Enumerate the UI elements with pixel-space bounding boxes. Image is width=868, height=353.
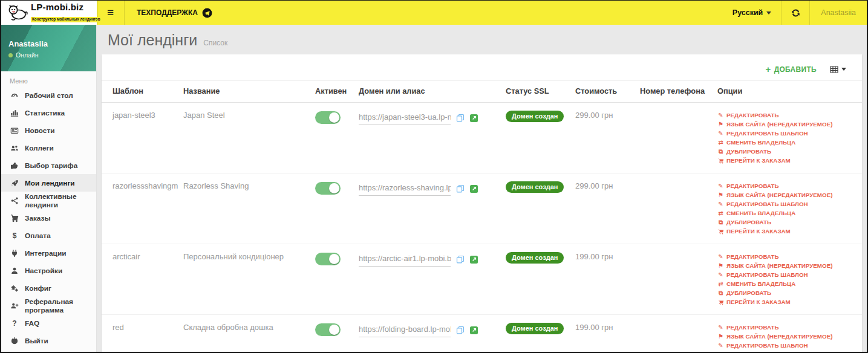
template-cell: razorlessshavingm xyxy=(102,173,178,244)
edit-icon: ✎ xyxy=(717,181,724,190)
option-edit-link[interactable]: ✎РЕДАКТИРОВАТЬ xyxy=(717,181,857,190)
brand-name: LP-mobi.biz xyxy=(31,2,102,13)
brand-logo[interactable]: LP-mobi.biz Конструктор мобильных лендин… xyxy=(1,1,97,25)
sidebar-username: Anastasiia xyxy=(8,39,89,48)
price-cell: 299.00 грн xyxy=(570,103,635,173)
columns-toggle-button[interactable] xyxy=(830,65,846,74)
option-edit-template-link[interactable]: ✎РЕДАКТИРОВАТЬ ШАБЛОН xyxy=(717,341,857,350)
ssl-status-badge: Домен создан xyxy=(506,252,564,264)
sidebar-item-integrations[interactable]: Интеграции xyxy=(1,244,96,262)
toggle-knob xyxy=(329,183,339,193)
sidebar-item-orders[interactable]: Заказы xyxy=(1,209,96,227)
option-change-owner-link[interactable]: ⇄СМЕНИТЬ ВЛАДЕЛЬЦА xyxy=(717,138,857,147)
flag-icon: ⚑ xyxy=(717,190,724,199)
domain-input[interactable] xyxy=(359,111,451,125)
online-dot-icon xyxy=(8,53,13,57)
option-edit-link[interactable]: ✎РЕДАКТИРОВАТЬ xyxy=(717,111,857,120)
domain-input[interactable] xyxy=(359,252,451,267)
option-orders-link[interactable]: ПЕРЕЙТИ К ЗАКАЗАМ xyxy=(717,297,857,306)
sidebar-item-statistics[interactable]: Статистика xyxy=(1,104,96,121)
edit-icon: ✎ xyxy=(717,323,724,332)
ssl-status-badge: Домен создан xyxy=(506,323,564,334)
open-site-icon[interactable] xyxy=(470,185,478,193)
sidebar-item-dashboard[interactable]: Рабочий стол xyxy=(1,86,96,104)
option-language-link[interactable]: ⚑ЯЗЫК САЙТА (НЕРЕДАКТИРУЕМОЕ) xyxy=(717,261,857,270)
toggle-knob xyxy=(329,254,339,264)
active-toggle[interactable] xyxy=(315,323,341,336)
sidebar-user-panel: Anastasiia Онлайн xyxy=(1,25,96,71)
sidebar-item-logout[interactable]: Выйти xyxy=(1,332,96,349)
option-duplicate-link[interactable]: ⧉ДУБЛИРОВАТЬ xyxy=(717,218,857,227)
copy-domain-icon[interactable] xyxy=(456,255,465,264)
copy-domain-icon[interactable] xyxy=(456,114,465,122)
active-toggle[interactable] xyxy=(315,253,341,265)
open-site-icon[interactable] xyxy=(470,256,478,264)
option-change-owner-link[interactable]: ⇄СМЕНИТЬ ВЛАДЕЛЬЦА xyxy=(717,350,857,352)
sidebar-item-collective-landings[interactable]: Коллективные лендинги xyxy=(1,192,96,209)
copy-domain-icon[interactable] xyxy=(456,184,465,193)
edit-icon: ✎ xyxy=(717,341,724,350)
sidebar-item-my-landings[interactable]: Мои лендинги xyxy=(1,174,96,192)
toggle-knob xyxy=(329,112,339,123)
active-toggle[interactable] xyxy=(315,182,341,195)
sidebar-item-tariff[interactable]: Выбор тарифа xyxy=(1,157,96,174)
sidebar-item-faq[interactable]: ? FAQ xyxy=(1,314,96,332)
phone-cell xyxy=(635,173,713,244)
question-icon: ? xyxy=(10,319,19,328)
header-active: Активен xyxy=(310,81,354,103)
domain-input[interactable] xyxy=(359,181,451,196)
chevron-down-icon xyxy=(766,11,771,15)
option-edit-link[interactable]: ✎РЕДАКТИРОВАТЬ xyxy=(717,323,857,332)
template-cell: japan-steel3 xyxy=(102,103,178,173)
user-plus-icon xyxy=(10,302,19,310)
cart-icon xyxy=(717,158,724,164)
landings-card: + ДОБАВИТЬ Шаблон Название Активен xyxy=(102,54,862,352)
sidebar-item-payment[interactable]: $ Оплата xyxy=(1,227,96,244)
option-duplicate-link[interactable]: ⧉ДУБЛИРОВАТЬ xyxy=(717,288,857,297)
option-edit-template-link[interactable]: ✎РЕДАКТИРОВАТЬ ШАБЛОН xyxy=(717,129,857,138)
option-orders-link[interactable]: ПЕРЕЙТИ К ЗАКАЗАМ xyxy=(717,227,857,236)
sidebar-item-settings[interactable]: Настройки xyxy=(1,262,96,279)
add-button[interactable]: + ДОБАВИТЬ xyxy=(766,65,817,74)
domain-input[interactable] xyxy=(359,323,451,337)
sidebar-item-referral[interactable]: Реферальная программа xyxy=(1,297,96,314)
user-icon xyxy=(10,267,19,275)
topbar-username[interactable]: Anastasiia xyxy=(810,1,867,25)
hamburger-menu-icon[interactable]: ≡ xyxy=(97,1,125,25)
toggle-knob xyxy=(329,325,339,335)
sidebar-item-config[interactable]: Конфиг xyxy=(1,279,96,297)
refresh-button[interactable] xyxy=(782,1,809,25)
news-icon xyxy=(10,126,19,135)
option-change-owner-link[interactable]: ⇄СМЕНИТЬ ВЛАДЕЛЬЦА xyxy=(717,279,857,288)
header-ssl: Статус SSL xyxy=(501,81,570,103)
option-language-link[interactable]: ⚑ЯЗЫК САЙТА (НЕРЕДАКТИРУЕМОЕ) xyxy=(717,190,857,199)
dashboard-icon xyxy=(10,91,19,100)
sidebar-item-news[interactable]: Новости xyxy=(1,121,96,139)
option-edit-link[interactable]: ✎РЕДАКТИРОВАТЬ xyxy=(717,252,857,261)
dog-logo-icon xyxy=(7,4,28,22)
option-edit-template-link[interactable]: ✎РЕДАКТИРОВАТЬ ШАБЛОН xyxy=(717,199,857,209)
open-site-icon[interactable] xyxy=(470,326,478,334)
sidebar-item-colleagues[interactable]: Коллеги xyxy=(1,139,96,157)
active-toggle[interactable] xyxy=(315,111,341,124)
open-site-icon[interactable] xyxy=(470,114,478,122)
option-duplicate-link[interactable]: ⧉ДУБЛИРОВАТЬ xyxy=(717,147,857,156)
language-dropdown[interactable]: Русский xyxy=(723,1,782,25)
option-orders-link[interactable]: ПЕРЕЙТИ К ЗАКАЗАМ xyxy=(717,156,857,165)
table-row: arcticair Персональний кондиціонер Д xyxy=(102,244,862,315)
option-language-link[interactable]: ⚑ЯЗЫК САЙТА (НЕРЕДАКТИРУЕМОЕ) xyxy=(717,120,857,129)
option-change-owner-link[interactable]: ⇄СМЕНИТЬ ВЛАДЕЛЬЦА xyxy=(717,209,857,218)
online-status: Онлайн xyxy=(8,51,89,59)
name-cell: Razorless Shaving xyxy=(178,173,310,244)
dollar-icon: $ xyxy=(10,232,19,240)
copy-domain-icon[interactable] xyxy=(456,326,465,334)
edit-icon: ✎ xyxy=(717,270,724,279)
flag-icon: ⚑ xyxy=(717,332,724,341)
support-link[interactable]: ТЕХПОДДЕРЖКА xyxy=(125,1,224,25)
table-grid-icon xyxy=(830,65,838,74)
option-language-link[interactable]: ⚑ЯЗЫК САЙТА (НЕРЕДАКТИРУЕМОЕ) xyxy=(717,332,857,341)
share-icon xyxy=(10,196,19,205)
gears-icon xyxy=(10,284,19,293)
header-price: Стоимость xyxy=(570,81,635,103)
option-edit-template-link[interactable]: ✎РЕДАКТИРОВАТЬ ШАБЛОН xyxy=(717,270,857,279)
